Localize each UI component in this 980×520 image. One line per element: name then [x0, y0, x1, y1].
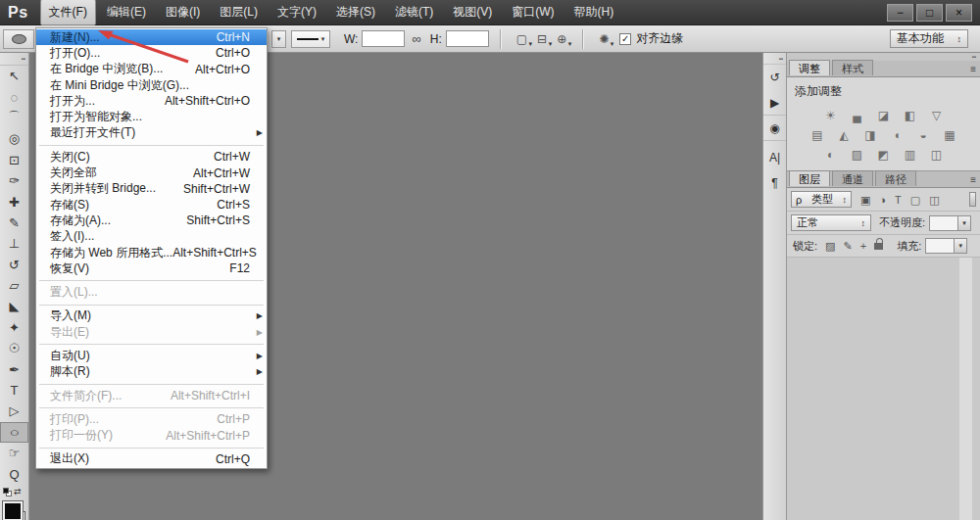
menu-item-退出(X)[interactable]: 退出(X) Ctrl+Q: [36, 451, 267, 467]
tool-quick-selection[interactable]: ◎: [0, 128, 28, 149]
opacity-input[interactable]: [929, 215, 958, 231]
tool-eyedropper[interactable]: ✑: [0, 170, 28, 191]
width-input[interactable]: [362, 30, 405, 47]
tool-paint-bucket[interactable]: ◣: [0, 296, 28, 316]
tool-crop[interactable]: ⊡: [0, 150, 28, 170]
menubar-item-帮助(H)[interactable]: 帮助(H): [565, 0, 623, 25]
path-alignment-icon[interactable]: ⊟▾: [537, 32, 547, 46]
menu-item-新建(N)...[interactable]: 新建(N)... Ctrl+N: [36, 29, 267, 45]
link-dimensions-icon[interactable]: ∞: [412, 31, 420, 46]
fill-dropdown-icon[interactable]: ▾: [955, 238, 967, 254]
levels-icon[interactable]: ▄: [849, 109, 866, 122]
minimize-button[interactable]: −: [887, 4, 913, 22]
menu-item-置入(L)...[interactable]: 置入(L)...: [36, 284, 267, 300]
foreground-color-swatch[interactable]: [3, 501, 23, 520]
tool-clone-stamp[interactable]: ⊥: [0, 233, 28, 254]
black-white-icon[interactable]: ◨: [861, 128, 879, 142]
tool-brush[interactable]: ✎: [0, 213, 28, 233]
filter-smart-objects-icon[interactable]: ◫: [929, 194, 939, 206]
height-input[interactable]: [446, 30, 489, 47]
photo-filter-icon[interactable]: ◖: [888, 128, 906, 142]
brightness-contrast-icon[interactable]: ☀: [822, 109, 840, 122]
panel-menu-icon[interactable]: ≡: [970, 64, 976, 74]
dock-collapse-arrows-icon[interactable]: ▪▪: [763, 53, 786, 65]
menu-item-在 Bridge 中浏览(B)...[interactable]: 在 Bridge 中浏览(B)... Alt+Ctrl+O: [36, 62, 267, 77]
lock-position-icon[interactable]: +: [860, 240, 866, 252]
stroke-style-dropdown[interactable]: ▾: [291, 30, 330, 48]
tool-history-brush[interactable]: ↺: [0, 255, 28, 275]
opacity-dropdown-icon[interactable]: ▾: [958, 215, 971, 231]
path-operations-icon[interactable]: ▢▾: [516, 32, 527, 46]
tool-type[interactable]: T: [0, 380, 28, 401]
menu-item-存储为 Web 所用格式...[interactable]: 存储为 Web 所用格式... Alt+Shift+Ctrl+S: [36, 245, 267, 260]
menu-item-打印(P)...[interactable]: 打印(P)... Ctrl+P: [36, 411, 267, 427]
default-colors-icon[interactable]: [3, 488, 12, 496]
close-button[interactable]: ×: [946, 4, 972, 22]
menu-item-存储(S)[interactable]: 存储(S) Ctrl+S: [36, 197, 267, 213]
filter-type-layers-icon[interactable]: T: [895, 194, 902, 206]
tool-zoom[interactable]: Q: [0, 463, 28, 484]
filter-pixel-layers-icon[interactable]: ▣: [860, 194, 870, 206]
align-edges-checkbox[interactable]: ✓: [619, 33, 631, 45]
path-arrangement-icon[interactable]: ⊕▾: [557, 32, 566, 46]
menu-item-打印一份(Y)[interactable]: 打印一份(Y) Alt+Shift+Ctrl+P: [36, 428, 267, 444]
panel-menu-icon[interactable]: ≡: [970, 174, 976, 185]
tool-dodge[interactable]: ☉: [0, 338, 28, 358]
menu-item-关闭(C)[interactable]: 关闭(C) Ctrl+W: [36, 149, 267, 165]
threshold-icon[interactable]: ◩: [875, 148, 893, 162]
hue-saturation-icon[interactable]: ▤: [808, 128, 826, 142]
exposure-icon[interactable]: ◧: [902, 109, 919, 122]
tool-spot-healing[interactable]: ✚: [0, 191, 28, 212]
tool-lasso[interactable]: ⌒: [0, 108, 28, 128]
lock-transparency-icon[interactable]: ▨: [825, 240, 835, 252]
menubar-item-滤镜(T)[interactable]: 滤镜(T): [386, 0, 442, 25]
tab-图层[interactable]: 图层: [789, 170, 830, 186]
tools-panel-grip[interactable]: ▪▪: [0, 53, 28, 66]
swap-colors-icon[interactable]: ⇄: [14, 487, 22, 496]
maximize-button[interactable]: □: [916, 4, 943, 22]
posterize-icon[interactable]: ▨: [849, 148, 866, 162]
tab-路径[interactable]: 路径: [875, 170, 916, 186]
vibrance-icon[interactable]: ▽: [928, 109, 946, 122]
menu-item-自动(U)[interactable]: 自动(U) ▶: [36, 348, 267, 363]
filter-type-dropdown[interactable]: ρ 类型 ↕: [791, 191, 852, 208]
menu-item-打开为智能对象...[interactable]: 打开为智能对象...: [36, 109, 267, 124]
selective-color-icon[interactable]: ◫: [928, 148, 946, 162]
menu-item-关闭全部[interactable]: 关闭全部 Alt+Ctrl+W: [36, 165, 267, 180]
lock-pixels-icon[interactable]: ✎: [843, 240, 852, 252]
filter-shape-layers-icon[interactable]: ▢: [910, 194, 920, 206]
menu-item-导入(M)[interactable]: 导入(M) ▶: [36, 308, 267, 324]
menubar-item-视图(V)[interactable]: 视图(V): [444, 0, 501, 25]
menu-item-打开为...[interactable]: 打开为... Alt+Shift+Ctrl+O: [36, 93, 267, 109]
filter-toggle-icon[interactable]: [969, 192, 976, 207]
color-lookup-icon[interactable]: ▦: [941, 128, 958, 142]
geometry-options-gear-icon[interactable]: ✺▾: [599, 32, 609, 46]
tool-eraser[interactable]: ▱: [0, 275, 28, 296]
tool-ellipse-shape[interactable]: ○: [0, 422, 28, 443]
paragraph-panel-icon[interactable]: ¶: [763, 170, 786, 196]
actions-panel-icon[interactable]: ▶: [763, 90, 786, 116]
blend-mode-dropdown[interactable]: 正常 ↕: [791, 214, 871, 231]
menubar-item-文件(F)[interactable]: 文件(F): [40, 0, 96, 25]
tool-path-selection[interactable]: ▷: [0, 401, 28, 421]
menu-item-签入(I)...[interactable]: 签入(I)...: [36, 229, 267, 245]
tool-move[interactable]: ↖: [0, 66, 28, 86]
tool-blur[interactable]: ✦: [0, 317, 28, 338]
lock-all-icon[interactable]: [874, 243, 883, 250]
menu-item-导出(E)[interactable]: 导出(E) ▶: [36, 324, 267, 340]
tab-通道[interactable]: 通道: [832, 170, 873, 186]
menu-item-文件简介(F)...[interactable]: 文件简介(F)... Alt+Shift+Ctrl+I: [36, 388, 267, 403]
workspace-switcher[interactable]: 基本功能 ↕: [890, 29, 968, 48]
menu-item-恢复(V)[interactable]: 恢复(V) F12: [36, 260, 267, 276]
menu-item-打开(O)...[interactable]: 打开(O)... Ctrl+O: [36, 45, 267, 61]
tool-preset-picker[interactable]: [3, 29, 34, 49]
animation-panel-icon[interactable]: ◉: [763, 116, 786, 141]
tool-hand[interactable]: ☞: [0, 443, 28, 463]
menu-item-在 Mini Bridge 中浏览(G)...[interactable]: 在 Mini Bridge 中浏览(G)...: [36, 77, 267, 93]
menu-item-最近打开文件(T)[interactable]: 最近打开文件(T) ▶: [36, 125, 267, 141]
menubar-item-图层(L)[interactable]: 图层(L): [211, 0, 267, 25]
menu-item-脚本(R)[interactable]: 脚本(R) ▶: [36, 364, 267, 380]
menubar-item-编辑(E)[interactable]: 编辑(E): [98, 0, 155, 25]
shape-options-dropdown[interactable]: ▾: [271, 30, 286, 48]
fill-input[interactable]: [925, 238, 955, 254]
